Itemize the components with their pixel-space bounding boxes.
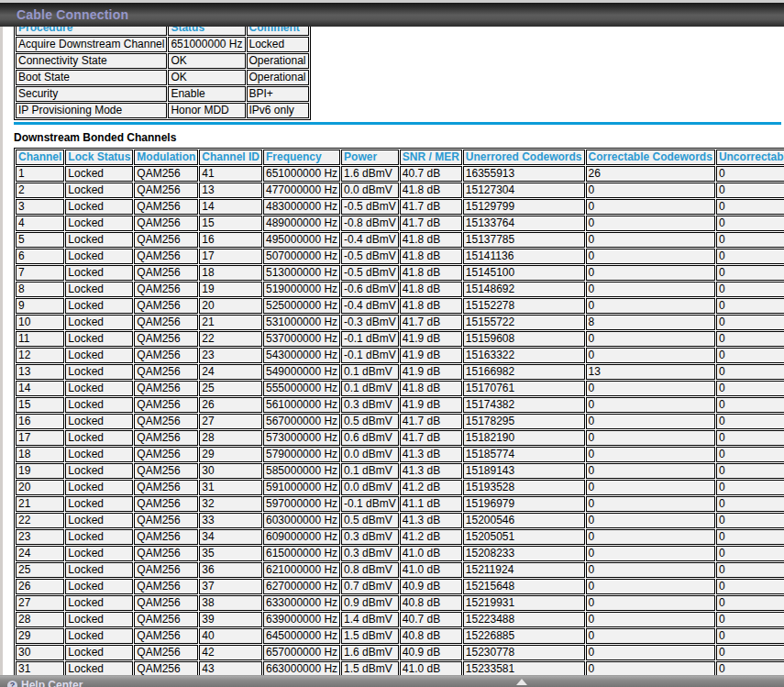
table-cell: 4	[16, 216, 64, 231]
table-cell: 37	[199, 579, 262, 594]
table-cell: QAM256	[134, 546, 198, 561]
table-cell: 0	[716, 216, 784, 231]
table-cell: 0	[716, 645, 784, 660]
column-header: Channel	[16, 150, 64, 165]
table-cell: Locked	[65, 562, 133, 578]
table-cell: 0	[716, 199, 784, 215]
table-cell: 41.8 dB	[400, 249, 462, 264]
table-cell: 525000000 Hz	[263, 298, 340, 314]
table-cell: 573000000 Hz	[263, 430, 340, 446]
table-cell: 5	[16, 232, 64, 248]
table-cell: 513000000 Hz	[263, 265, 340, 281]
table-cell: Locked	[65, 315, 133, 330]
table-cell: 0	[586, 183, 715, 198]
table-cell: 15189143	[463, 463, 585, 479]
table-cell: Operational	[247, 70, 309, 85]
section-divider	[14, 122, 781, 125]
table-cell: 41.2 dB	[400, 529, 462, 545]
table-cell: 0	[586, 447, 715, 462]
table-cell: 15230778	[463, 645, 585, 660]
table-cell: 0	[586, 645, 715, 660]
table-cell: 24	[16, 546, 64, 561]
table-cell: 42	[199, 645, 262, 660]
table-cell: 16	[199, 232, 262, 248]
table-cell: -0.5 dBmV	[341, 199, 399, 215]
table-row: 22LockedQAM25633603000000 Hz0.5 dBmV41.3…	[16, 513, 784, 528]
table-row: 14LockedQAM25625555000000 Hz0.1 dBmV41.8…	[16, 381, 784, 396]
table-cell: 41.9 dB	[400, 397, 462, 413]
table-row: 5LockedQAM25616495000000 Hz-0.4 dBmV41.8…	[16, 232, 784, 248]
table-cell: -0.8 dBmV	[341, 216, 399, 231]
table-cell: 38	[199, 595, 262, 611]
table-row: 2LockedQAM25613477000000 Hz0.0 dBmV41.8 …	[16, 183, 784, 198]
table-cell: 0	[716, 562, 784, 578]
collapse-footer-arrow-icon[interactable]	[516, 679, 527, 685]
table-cell: 489000000 Hz	[263, 216, 340, 231]
column-header: Uncorrectable Codewords	[716, 150, 784, 165]
table-cell: 519000000 Hz	[263, 282, 340, 297]
table-cell: 20	[199, 298, 262, 314]
table-cell: 15223488	[463, 612, 585, 627]
table-cell: 15193528	[463, 480, 585, 495]
table-row: Acquire Downstream Channel651000000 HzLo…	[16, 37, 309, 52]
table-cell: 1	[16, 166, 64, 182]
table-cell: 483000000 Hz	[263, 199, 340, 215]
table-row: 19LockedQAM25630585000000 Hz0.1 dBmV41.3…	[16, 463, 784, 479]
table-row: 8LockedQAM25619519000000 Hz-0.6 dBmV41.8…	[16, 282, 784, 297]
table-cell: 0	[586, 562, 715, 578]
table-cell: 15	[16, 397, 64, 413]
table-cell: Locked	[65, 348, 133, 363]
table-row: 16LockedQAM25627567000000 Hz0.5 dBmV41.7…	[16, 414, 784, 429]
table-cell: 633000000 Hz	[263, 595, 340, 611]
table-cell: 18	[16, 447, 64, 462]
table-row: Connectivity StateOKOperational	[16, 53, 309, 69]
help-center-button[interactable]: ? Help Center	[7, 679, 83, 687]
table-cell: 9	[16, 298, 64, 314]
table-cell: QAM256	[134, 430, 198, 446]
table-cell: 26	[16, 579, 64, 594]
table-cell: 603000000 Hz	[263, 513, 340, 528]
table-cell: Locked	[65, 364, 133, 380]
table-cell: 0	[716, 348, 784, 363]
table-cell: Locked	[65, 579, 133, 594]
table-cell: 19	[199, 282, 262, 297]
table-cell: 15163322	[463, 348, 585, 363]
table-cell: 41.3 dB	[400, 463, 462, 479]
table-cell: 14	[16, 381, 64, 396]
table-cell: 1.4 dBmV	[341, 612, 399, 627]
table-cell: Locked	[247, 37, 309, 52]
table-cell: 507000000 Hz	[263, 249, 340, 264]
table-cell: 657000000 Hz	[263, 645, 340, 660]
table-cell: 0.5 dBmV	[341, 414, 399, 429]
table-row: 10LockedQAM25621531000000 Hz-0.3 dBmV41.…	[16, 315, 784, 330]
table-cell: 15185774	[463, 447, 585, 462]
table-row: 15LockedQAM25626561000000 Hz0.3 dBmV41.9…	[16, 397, 784, 413]
table-cell: 15226885	[463, 628, 585, 644]
table-cell: 16355913	[463, 166, 585, 182]
table-cell: 567000000 Hz	[263, 414, 340, 429]
help-icon: ?	[7, 681, 17, 687]
table-cell: 26	[586, 166, 715, 182]
table-row: SecurityEnableBPI+	[16, 86, 309, 102]
table-cell: 0	[716, 282, 784, 297]
table-cell: 30	[16, 645, 64, 660]
table-cell: 3	[16, 199, 64, 215]
table-cell: 40.7 dB	[400, 166, 462, 182]
table-cell: 0	[716, 463, 784, 479]
table-cell: 0.1 dBmV	[341, 364, 399, 380]
table-cell: QAM256	[134, 612, 198, 627]
table-cell: 0.3 dBmV	[341, 529, 399, 545]
table-cell: 15	[199, 216, 262, 231]
table-cell: 0	[586, 331, 715, 347]
table-cell: Locked	[65, 183, 133, 198]
table-cell: QAM256	[134, 282, 198, 297]
table-cell: 15133764	[463, 216, 585, 231]
table-cell: 13	[16, 364, 64, 380]
table-cell: 22	[16, 513, 64, 528]
table-cell: Locked	[65, 628, 133, 644]
table-cell: QAM256	[134, 595, 198, 611]
table-cell: 537000000 Hz	[263, 331, 340, 347]
table-cell: 15145100	[463, 265, 585, 281]
table-cell: 8	[16, 282, 64, 297]
table-cell: 41.2 dB	[400, 480, 462, 495]
